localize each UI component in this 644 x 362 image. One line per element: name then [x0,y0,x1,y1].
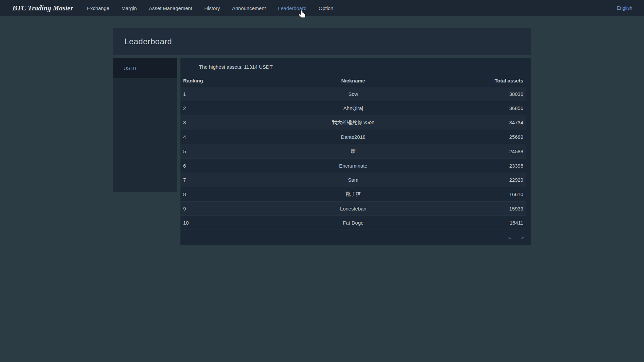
cell-total-assets: 36856 [422,101,526,115]
pagination-next-button[interactable]: » [521,234,524,240]
cell-ranking: 9 [180,202,284,216]
cell-nickname: 废 [284,144,422,159]
nav-item[interactable]: Option [319,5,333,11]
cell-total-assets: 23395 [422,159,526,173]
table-row: 7 Sam 22929 [180,173,526,187]
table-row: 1 Sow 38036 [180,87,526,101]
pagination-prev-button[interactable]: « [508,234,511,240]
sidebar-tab-usdt[interactable]: USDT [113,58,177,78]
leaderboard-panel: The highest assets: 11314 USDT Ranking N… [180,58,531,245]
cell-nickname: 靴子猫 [284,187,422,202]
cell-nickname: Sam [284,173,422,187]
nav-item[interactable]: Asset Management [149,5,192,11]
cell-ranking: 1 [180,87,284,101]
page-title: Leaderboard [124,37,172,46]
table-row: 2 AhnQiraj 36856 [180,101,526,115]
page-container: Leaderboard USDT The highest assets: 113… [113,28,531,245]
cell-total-assets: 25689 [422,130,526,144]
nav-item[interactable]: Exchange [87,5,109,11]
cell-ranking: 10 [180,216,284,230]
cell-nickname: 我大雄锤死你 v5on [284,115,422,130]
table-row: 3 我大雄锤死你 v5on 34734 [180,115,526,130]
cell-total-assets: 34734 [422,115,526,130]
currency-sidebar: USDT [113,58,177,192]
content-row: USDT The highest assets: 11314 USDT Rank… [113,58,531,245]
nav-item[interactable]: Margin [121,5,137,11]
column-header-nickname: Nickname [284,74,422,87]
column-header-total-assets: Total assets [422,74,526,87]
table-row: 9 Lonesteban 15939 [180,202,526,216]
table-body: 1 Sow 38036 2 AhnQiraj 36856 3 [180,87,526,230]
cell-total-assets: 16610 [422,187,526,202]
column-header-ranking: Ranking [180,74,284,87]
table-row: 4 Dante2018 25689 [180,130,526,144]
leaderboard-table: Ranking Nickname Total assets 1 Sow 3803… [180,74,526,230]
cell-ranking: 6 [180,159,284,173]
cell-ranking: 4 [180,130,284,144]
table-header-row: Ranking Nickname Total assets [180,74,526,87]
cell-nickname: Sow [284,87,422,101]
cell-ranking: 8 [180,187,284,202]
top-navbar: BTC Trading Master Exchange Margin Asset… [0,0,644,16]
brand-logo[interactable]: BTC Trading Master [12,4,73,12]
nav-item[interactable]: Leaderboard [278,5,307,11]
cell-nickname: Dante2018 [284,130,422,144]
cell-ranking: 5 [180,144,284,159]
cell-nickname: AhnQiraj [284,101,422,115]
highest-assets-text: The highest assets: 11314 USDT [180,58,526,74]
cell-total-assets: 15939 [422,202,526,216]
table-row: 6 Ericruminate 23395 [180,159,526,173]
table-row: 5 废 24588 [180,144,526,159]
cell-ranking: 7 [180,173,284,187]
table-row: 8 靴子猫 16610 [180,187,526,202]
cell-nickname: Ericruminate [284,159,422,173]
cell-total-assets: 22929 [422,173,526,187]
main-nav: Exchange Margin Asset Management History… [87,5,333,11]
cell-total-assets: 38036 [422,87,526,101]
cell-nickname: Fat Doge [284,216,422,230]
page-header: Leaderboard [113,28,531,55]
cell-nickname: Lonesteban [284,202,422,216]
nav-item[interactable]: Announcement [232,5,266,11]
cell-total-assets: 24588 [422,144,526,159]
language-switcher[interactable]: English [617,5,632,11]
cell-ranking: 2 [180,101,284,115]
cell-ranking: 3 [180,115,284,130]
nav-item[interactable]: History [204,5,220,11]
cell-total-assets: 15411 [422,216,526,230]
pagination: « » [180,230,526,241]
table-row: 10 Fat Doge 15411 [180,216,526,230]
